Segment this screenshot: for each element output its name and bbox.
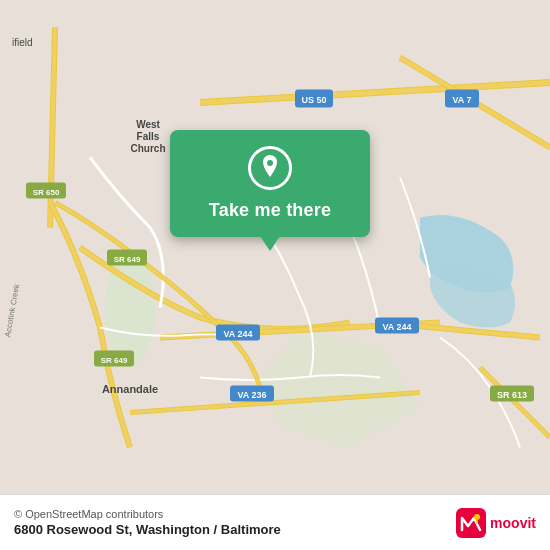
svg-point-43 <box>474 514 480 520</box>
svg-text:VA 244: VA 244 <box>223 329 252 339</box>
svg-text:VA 236: VA 236 <box>237 390 266 400</box>
svg-text:US 50: US 50 <box>301 95 326 105</box>
moovit-brand-text: moovit <box>490 515 536 531</box>
svg-text:VA 244: VA 244 <box>382 322 411 332</box>
svg-text:Annandale: Annandale <box>102 383 158 395</box>
svg-text:SR 613: SR 613 <box>497 390 527 400</box>
bottom-content: © OpenStreetMap contributors 6800 Rosewo… <box>14 508 281 537</box>
svg-text:VA 7: VA 7 <box>452 95 471 105</box>
copyright-text: © OpenStreetMap contributors <box>14 508 281 520</box>
take-me-there-label: Take me there <box>209 200 331 221</box>
svg-text:SR 649: SR 649 <box>114 255 141 264</box>
bottom-bar: © OpenStreetMap contributors 6800 Rosewo… <box>0 494 550 550</box>
svg-text:ifield: ifield <box>12 37 33 48</box>
pin-icon <box>248 146 292 190</box>
moovit-icon <box>456 508 486 538</box>
address-text: 6800 Rosewood St, Washington / Baltimore <box>14 522 281 537</box>
map-container: US 50 VA 7 SR 650 SR 649 SR 649 VA 244 V… <box>0 0 550 550</box>
svg-text:Falls: Falls <box>137 131 160 142</box>
svg-point-41 <box>267 160 273 166</box>
svg-text:SR 650: SR 650 <box>33 188 60 197</box>
svg-text:SR 649: SR 649 <box>101 356 128 365</box>
take-me-there-card[interactable]: Take me there <box>170 130 370 237</box>
road-layer: US 50 VA 7 SR 650 SR 649 SR 649 VA 244 V… <box>0 0 550 550</box>
svg-text:Church: Church <box>131 143 166 154</box>
moovit-logo: moovit <box>456 508 536 538</box>
svg-text:West: West <box>136 119 160 130</box>
